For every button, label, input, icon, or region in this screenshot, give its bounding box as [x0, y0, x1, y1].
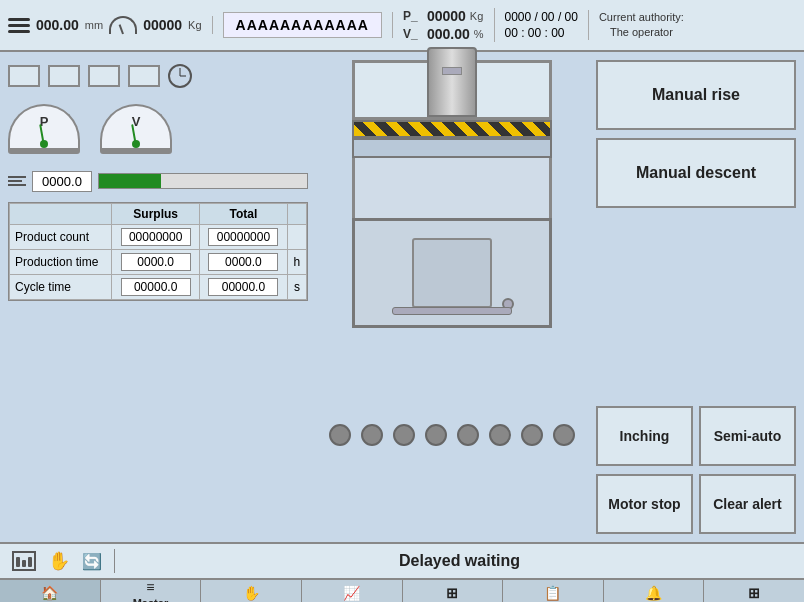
col-unit	[287, 204, 306, 225]
date-value: 0000 / 00 / 00	[505, 10, 578, 24]
authority-label: Current authority:	[599, 10, 684, 25]
system-icon: ⊞	[748, 585, 760, 601]
indicator-4	[128, 65, 160, 87]
speed-row: 0000.0	[8, 166, 308, 196]
v-gauge-container: V	[100, 104, 172, 154]
p-row: P_ 00000 Kg	[403, 8, 484, 24]
press-machine	[342, 60, 562, 410]
status-icon-list	[12, 551, 36, 571]
cycle-icon[interactable]: 🔄	[82, 552, 102, 571]
product-surplus	[112, 225, 200, 250]
time-value: 00 : 00 : 00	[505, 26, 578, 40]
master-cylinder-icon: ≡	[146, 579, 154, 595]
table-row-production-time: Production time h	[10, 250, 307, 275]
nav-system[interactable]: ⊞ System	[704, 580, 804, 602]
main-area: P V 0000.0	[0, 52, 804, 542]
press-platen	[352, 138, 552, 158]
press-circles	[329, 424, 575, 446]
press-cabinet-slot	[392, 307, 512, 315]
top-bar: 000.00 mm 00000 Kg AAAAAAAAAAAA P_ 00000…	[0, 0, 804, 52]
nav-curve[interactable]: 📈 Curve	[302, 580, 403, 602]
press-top-frame	[352, 60, 552, 120]
p-label: P_	[403, 9, 423, 23]
v-gauge-base	[100, 148, 172, 154]
prodtime-surplus	[112, 250, 200, 275]
press-cabinet-door	[412, 238, 492, 308]
position-value: 000.00	[36, 17, 79, 33]
product-total-input[interactable]	[208, 228, 278, 246]
table-row-cycle: Cycle time s	[10, 275, 307, 300]
status-bar: ✋ 🔄 Delayed waiting	[0, 542, 804, 578]
clock-icon	[168, 64, 192, 88]
curve-icon: 📈	[343, 585, 360, 601]
inching-button[interactable]: Inching	[596, 406, 693, 466]
product-label: Product count	[10, 225, 112, 250]
col-empty	[10, 204, 112, 225]
program-section: AAAAAAAAAAAA	[223, 12, 393, 38]
indicator-1	[8, 65, 40, 87]
program-name: AAAAAAAAAAAA	[223, 12, 382, 38]
status-divider	[114, 549, 115, 573]
prodtime-total-input[interactable]	[208, 253, 278, 271]
p-gauge-dot	[40, 140, 48, 148]
nav-production[interactable]: 📋 Production	[503, 580, 604, 602]
speed-bar-fill	[99, 174, 161, 188]
v-row: V_ 000.00 %	[403, 26, 484, 42]
master-cylinder-label: Mastercylinder	[129, 597, 171, 602]
circle-1	[329, 424, 351, 446]
datetime-block: 0000 / 00 / 00 00 : 00 : 00	[505, 10, 578, 40]
prodtime-surplus-input[interactable]	[121, 253, 191, 271]
speed-value: 0000.0	[32, 171, 92, 192]
position-section: 000.00 mm 00000 Kg	[8, 16, 213, 34]
cycle-unit: s	[287, 275, 306, 300]
authority-section: Current authority: The operator	[599, 10, 694, 41]
manual-rise-button[interactable]: Manual rise	[596, 60, 796, 130]
speed-bar-container	[98, 173, 308, 189]
weight-unit: Kg	[188, 19, 201, 31]
col-surplus: Surplus	[112, 204, 200, 225]
motor-stop-button[interactable]: Motor stop	[596, 474, 693, 534]
weight-value: 00000	[143, 17, 182, 33]
circle-6	[489, 424, 511, 446]
circle-8	[553, 424, 575, 446]
nav-io[interactable]: ⊞ IO	[403, 580, 504, 602]
cycle-total-input[interactable]	[208, 278, 278, 296]
v-gauge: V	[100, 104, 172, 148]
nav-alarm[interactable]: 🔔 Alarm	[604, 580, 705, 602]
circle-5	[457, 424, 479, 446]
authority-value: The operator	[599, 25, 684, 40]
prodtime-label: Production time	[10, 250, 112, 275]
v-label: V_	[403, 27, 423, 41]
bottom-nav: 🏠 Homepage ≡ Mastercylinder ✋ Inching 📈 …	[0, 578, 804, 602]
nav-inching[interactable]: ✋ Inching	[201, 580, 302, 602]
press-cylinder	[427, 47, 477, 117]
stats-table: Surplus Total Product count	[8, 202, 308, 301]
product-surplus-input[interactable]	[121, 228, 191, 246]
inching-semiauto-row: Inching Semi-auto	[596, 406, 796, 466]
p-gauge-base	[8, 148, 80, 154]
hand-icon[interactable]: ✋	[48, 550, 70, 572]
clear-alert-button[interactable]: Clear alert	[699, 474, 796, 534]
nav-homepage[interactable]: 🏠 Homepage	[0, 580, 101, 602]
table-row-product: Product count	[10, 225, 307, 250]
prodtime-unit: h	[287, 250, 306, 275]
cycle-surplus-input[interactable]	[121, 278, 191, 296]
v-value: 000.00	[427, 26, 470, 42]
center-panel	[316, 60, 588, 534]
right-panel: Manual rise Manual descent Inching Semi-…	[596, 60, 796, 534]
product-unit	[287, 225, 306, 250]
p-gauge: P	[8, 104, 80, 148]
gauges-row: P V	[8, 98, 308, 160]
gauge-icon	[109, 16, 137, 34]
press-hazard-bar	[352, 120, 552, 138]
io-icon: ⊞	[446, 585, 458, 601]
semi-auto-button[interactable]: Semi-auto	[699, 406, 796, 466]
circle-3	[393, 424, 415, 446]
product-total	[200, 225, 288, 250]
prodtime-total	[200, 250, 288, 275]
manual-descent-button[interactable]: Manual descent	[596, 138, 796, 208]
nav-master-cylinder[interactable]: ≡ Mastercylinder	[101, 580, 202, 602]
speed-icon	[8, 176, 26, 186]
datetime-section: 0000 / 00 / 00 00 : 00 : 00	[505, 10, 589, 40]
pv-block: P_ 00000 Kg V_ 000.00 %	[403, 8, 484, 42]
